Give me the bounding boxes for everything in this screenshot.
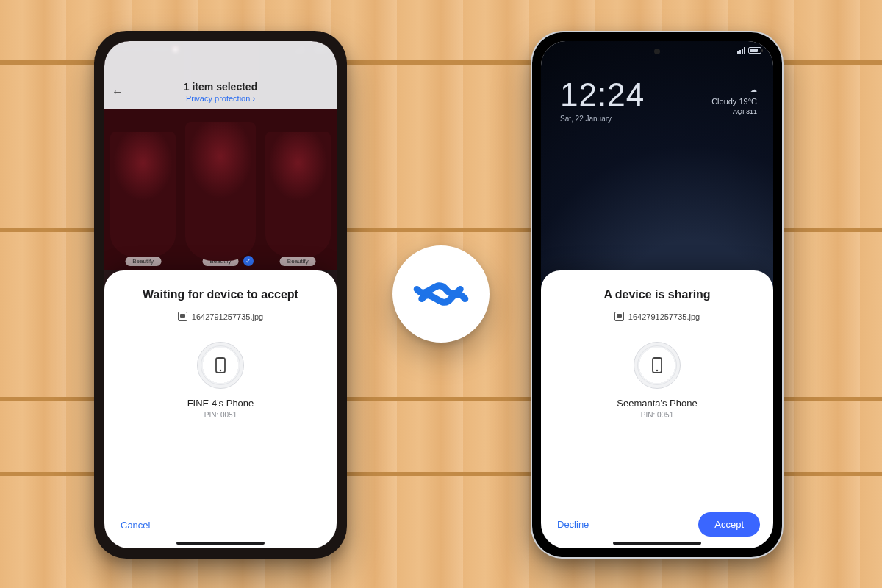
decline-button[interactable]: Decline [554,513,592,536]
lock-date: Sat, 22 January [560,115,645,123]
svg-rect-2 [653,358,662,373]
gallery-header: ← 1 item selected Privacy protection › [104,41,337,109]
gallery-thumbnails: Beautify Beautify✓ Beautify [104,109,337,270]
sheet-title: Waiting for device to accept [143,288,298,301]
status-bar [553,47,761,54]
svg-point-1 [220,370,221,371]
device-pin: PIN: 0051 [641,411,673,419]
share-app-icon [411,264,471,324]
weather-line1: Cloudy 19°C [711,96,757,108]
battery-icon [748,47,761,54]
share-sheet-sender: Waiting for device to accept 16427912577… [104,270,337,548]
device-avatar[interactable] [634,342,681,389]
signal-icon [737,47,745,54]
weather-line2: AQI 311 [711,107,757,118]
privacy-link[interactable]: Privacy protection › [129,94,312,103]
beautify-chip[interactable]: Beautify [125,257,161,266]
home-indicator[interactable] [613,542,701,545]
weather-widget[interactable]: ☁ Cloudy 19°C AQI 311 [711,85,757,118]
device-name: FINE 4's Phone [187,398,254,409]
lock-time: 12:24 [560,76,645,113]
filename: 1642791257735.jpg [628,312,700,321]
phone-receiver: 12:24 Sat, 22 January ☁ Cloudy 19°C AQI … [531,31,784,559]
share-sheet-receiver: A device is sharing 1642791257735.jpg Se… [541,270,773,548]
share-app-badge [392,245,490,343]
beautify-chip[interactable]: Beautify [203,257,239,266]
gallery-thumb-selected[interactable]: Beautify✓ [182,109,259,270]
phone-sender: 12:24 AM | 0.0KB/s ⏰ ᛒ ◬ ← 1 item select… [94,31,347,559]
cancel-button[interactable]: Cancel [118,514,153,537]
svg-point-3 [656,370,658,371]
filename: 1642791257735.jpg [192,312,263,321]
back-icon[interactable]: ← [112,85,123,98]
home-indicator[interactable] [176,542,265,545]
device-avatar[interactable] [197,342,244,389]
phone-icon [212,356,229,374]
check-icon: ✓ [243,256,254,266]
accept-button[interactable]: Accept [698,512,760,537]
lockscreen-clock: 12:24 Sat, 22 January [560,76,645,123]
beautify-chip[interactable]: Beautify [280,257,316,266]
device-name: Seemanta's Phone [617,398,697,409]
file-info: 1642791257735.jpg [178,312,263,321]
gallery-thumb[interactable]: Beautify [104,109,182,270]
gallery-thumb[interactable]: Beautify [259,109,337,270]
svg-rect-0 [216,358,225,373]
image-file-icon [178,312,187,321]
sheet-title: A device is sharing [603,288,710,301]
phone-icon [648,356,666,374]
image-file-icon [614,312,624,321]
file-info: 1642791257735.jpg [614,312,700,321]
phone-sender-screen: 12:24 AM | 0.0KB/s ⏰ ᛒ ◬ ← 1 item select… [104,41,337,548]
phone-receiver-screen: 12:24 Sat, 22 January ☁ Cloudy 19°C AQI … [541,41,773,548]
device-pin: PIN: 0051 [204,411,237,419]
header-title: 1 item selected [129,81,312,93]
